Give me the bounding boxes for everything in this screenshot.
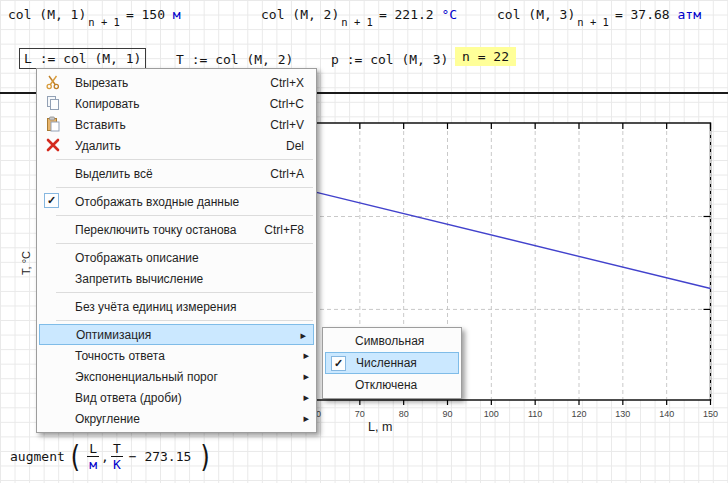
expr-col-M2-result[interactable]: col (M, 2)n + 1= 221.2 °C: [261, 7, 457, 28]
expr-text: T := col (M, 2): [176, 52, 293, 67]
menu-item-answer-format-fractions[interactable]: Вид ответа (дроби) ▸: [37, 387, 316, 408]
close-paren: ): [198, 439, 212, 474]
fraction-T-over-K: T К: [111, 441, 123, 472]
expr-unit: м: [173, 7, 181, 22]
expr-subscript: n + 1: [577, 16, 609, 28]
cut-icon: [45, 74, 61, 90]
svg-text:70: 70: [355, 409, 365, 419]
submenu-item-numeric[interactable]: ✓ Численная: [325, 352, 459, 374]
svg-text:130: 130: [615, 409, 630, 419]
menu-item-label: Отображать описание: [75, 251, 199, 265]
menu-item-label: Численная: [356, 356, 417, 370]
menu-separator: [56, 187, 313, 188]
menu-item-label: Точность ответа: [75, 349, 165, 363]
menu-item-answer-precision[interactable]: Точность ответа ▸: [37, 345, 316, 366]
menu-item-label: Удалить: [75, 139, 121, 153]
menu-item-label: Без учёта единиц измерения: [75, 300, 236, 314]
menu-item-label: Экспоненциальный порог: [75, 370, 218, 384]
paste-icon: [45, 116, 61, 132]
menu-separator: [56, 292, 313, 293]
checkbox-checked-icon: ✓: [44, 193, 59, 208]
menu-separator: [56, 215, 313, 216]
menu-item-label: Округление: [75, 412, 140, 426]
worksheet-canvas: { "worksheet": { "row1": [ {"expr": "col…: [0, 0, 728, 483]
context-menu: Вырезать Ctrl+X Копировать Ctrl+C Встави…: [36, 68, 317, 433]
menu-separator: [56, 320, 313, 321]
menu-item-cut[interactable]: Вырезать Ctrl+X: [37, 72, 316, 93]
menu-item-label: Запретить вычисление: [75, 272, 203, 286]
menu-item-label: Переключить точку останова: [75, 223, 236, 237]
expr-result: = 150: [126, 7, 165, 22]
menu-item-exponential-threshold[interactable]: Экспоненциальный порог ▸: [37, 366, 316, 387]
open-paren: (: [68, 439, 82, 474]
svg-text:110: 110: [528, 409, 542, 419]
menu-item-shortcut: Del: [286, 139, 304, 153]
expr-text: col (M, 1): [8, 7, 86, 22]
expr-result: = 221.2: [379, 7, 434, 22]
expr-subscript: n + 1: [88, 16, 120, 28]
menu-item-label: Копировать: [75, 97, 140, 111]
chevron-right-icon: ▸: [303, 349, 309, 362]
menu-item-label: Вид ответа (дроби): [75, 391, 182, 405]
menu-item-label: Вставить: [75, 118, 126, 132]
submenu-item-disabled[interactable]: Отключена: [323, 374, 461, 396]
numerator: T: [111, 441, 123, 457]
comma: ,: [101, 449, 109, 464]
expr-text: p := col (M, 3): [331, 52, 448, 67]
optimization-submenu: Символьная ✓ Численная Отключена: [322, 327, 462, 399]
menu-item-copy[interactable]: Копировать Ctrl+C: [37, 93, 316, 114]
expr-n-result-highlighted[interactable]: n = 22: [455, 47, 516, 66]
menu-item-ignore-units[interactable]: Без учёта единиц измерения: [37, 296, 316, 317]
menu-item-label: Отключена: [355, 378, 417, 392]
menu-item-shortcut: Ctrl+F8: [264, 223, 304, 237]
chevron-right-icon: ▸: [303, 391, 309, 404]
menu-item-label: Отображать входные данные: [75, 195, 239, 209]
menu-separator: [56, 243, 313, 244]
expr-T-definition[interactable]: T := col (M, 2): [176, 52, 293, 67]
menu-separator: [56, 159, 313, 160]
submenu-item-symbolic[interactable]: Символьная: [323, 330, 461, 352]
menu-item-shortcut: Ctrl+C: [270, 97, 304, 111]
menu-item-paste[interactable]: Вставить Ctrl+V: [37, 114, 316, 135]
function-name: augment: [10, 449, 65, 464]
menu-item-disable-evaluation[interactable]: Запретить вычисление: [37, 268, 316, 289]
menu-item-shortcut: Ctrl+V: [270, 118, 304, 132]
svg-text:80: 80: [399, 409, 409, 419]
expr-unit: атм: [678, 7, 701, 22]
svg-text:90: 90: [442, 409, 452, 419]
svg-text:150: 150: [703, 409, 718, 419]
chevron-right-icon: ▸: [303, 370, 309, 383]
expr-unit: °C: [442, 7, 458, 22]
expr-text: n = 22: [462, 49, 509, 64]
menu-item-select-all[interactable]: Выделить всё Ctrl+A: [37, 163, 316, 184]
expr-col-M1-result[interactable]: col (M, 1)n + 1= 150 м: [8, 7, 181, 28]
svg-text:100: 100: [484, 409, 499, 419]
denominator-unit: м: [87, 457, 99, 472]
expr-text: L := col (M, 1): [24, 51, 141, 66]
expr-L-definition-selected[interactable]: L := col (M, 1): [19, 48, 146, 69]
delete-icon: [45, 137, 61, 153]
plot-y-axis-label: T, °C: [19, 241, 33, 285]
menu-item-show-description[interactable]: Отображать описание: [37, 247, 316, 268]
expr-augment-formula[interactable]: augment ( L м , T К − 273.15 ): [10, 441, 216, 472]
checkbox-checked-icon: ✓: [331, 356, 346, 371]
expr-subscript: n + 1: [341, 16, 373, 28]
svg-text:140: 140: [659, 409, 674, 419]
menu-item-label: Выделить всё: [75, 167, 153, 181]
svg-text:120: 120: [571, 409, 586, 419]
numerator: L: [87, 441, 99, 457]
menu-item-show-input-data[interactable]: ✓ Отображать входные данные: [37, 191, 316, 212]
chevron-right-icon: ▸: [303, 412, 309, 425]
svg-text:L, m: L, m: [368, 420, 392, 434]
expr-text: col (M, 2): [261, 7, 339, 22]
menu-item-toggle-breakpoint[interactable]: Переключить точку останова Ctrl+F8: [37, 219, 316, 240]
expr-result: = 37.68: [615, 7, 670, 22]
expr-text: col (M, 3): [497, 7, 575, 22]
expr-p-definition[interactable]: p := col (M, 3): [331, 52, 448, 67]
menu-item-optimization[interactable]: Оптимизация ▸: [39, 324, 314, 345]
menu-item-delete[interactable]: Удалить Del: [37, 135, 316, 156]
offset-term: − 273.15: [129, 449, 192, 464]
menu-item-rounding[interactable]: Округление ▸: [37, 408, 316, 429]
expr-col-M3-result[interactable]: col (M, 3)n + 1= 37.68 атм: [497, 7, 701, 28]
menu-item-label: Оптимизация: [76, 328, 151, 342]
